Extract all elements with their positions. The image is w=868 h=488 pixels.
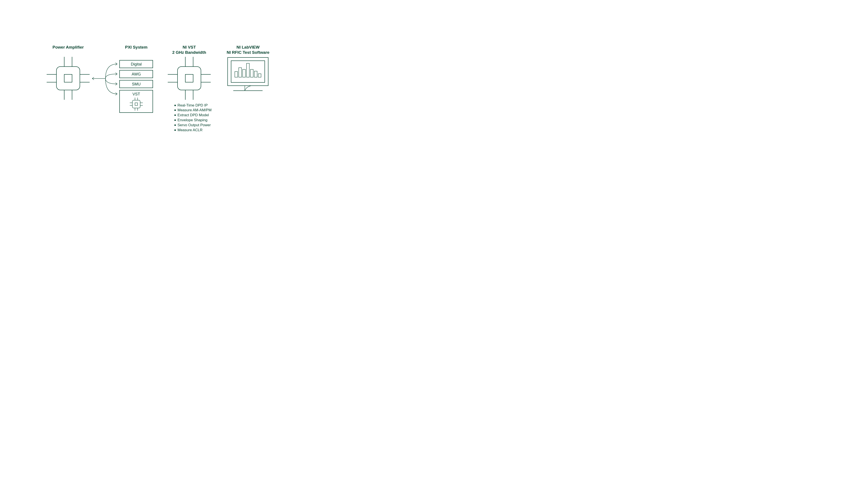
labview-title-line1: NI LabVIEW: [237, 45, 260, 50]
pxi-system-title: PXI System: [125, 45, 148, 50]
monitor-icon: [228, 58, 268, 91]
svg-rect-36: [175, 109, 176, 111]
svg-rect-35: [175, 105, 176, 106]
pxi-module-smu-label: SMU: [132, 82, 141, 86]
svg-rect-39: [175, 125, 176, 126]
bullet-2: Extract DPD Model: [178, 113, 209, 117]
bullet-5: Measure ACLR: [178, 128, 203, 132]
svg-rect-1: [64, 74, 72, 82]
vst-mini-chip-icon: [130, 98, 143, 110]
ni-vst-title-line2: 2 GHz Bandwidth: [172, 50, 206, 55]
pxi-module-smu: SMU: [120, 80, 153, 88]
labview-title-line2: NI RFIC Test Software: [226, 50, 269, 55]
svg-rect-41: [228, 58, 268, 86]
svg-rect-48: [250, 69, 253, 77]
svg-rect-15: [135, 103, 137, 105]
svg-rect-0: [56, 67, 80, 90]
svg-rect-14: [132, 100, 140, 108]
svg-rect-46: [243, 69, 245, 77]
ni-vst-bullet-list: Real-Time DPD IP Measure AM-AM/PM Extrac…: [175, 103, 212, 132]
bullet-3: Envelope Shaping: [178, 118, 208, 122]
pxi-module-awg: AWG: [120, 70, 153, 78]
svg-rect-44: [235, 72, 238, 77]
pxi-module-digital-label: Digital: [131, 62, 142, 66]
ni-vst-title-line1: NI VST: [183, 45, 196, 50]
svg-rect-50: [258, 74, 261, 77]
bullet-0: Real-Time DPD IP: [178, 103, 208, 107]
pxi-module-digital: Digital: [120, 60, 153, 68]
svg-rect-38: [175, 120, 176, 121]
svg-rect-49: [254, 71, 257, 77]
ni-vst-chip-icon: [168, 57, 211, 100]
svg-rect-47: [247, 63, 249, 77]
svg-rect-45: [239, 68, 242, 77]
pxi-module-awg-label: AWG: [132, 72, 141, 76]
connector-arrows: [92, 63, 117, 95]
power-amplifier-title: Power Amplifier: [53, 45, 84, 50]
svg-rect-37: [175, 115, 176, 116]
bullet-1: Measure AM-AM/PM: [178, 108, 212, 112]
svg-rect-26: [185, 74, 193, 82]
pxi-module-vst: VST: [120, 90, 153, 112]
pxi-module-vst-label: VST: [132, 92, 140, 96]
svg-rect-40: [175, 129, 176, 131]
power-amplifier-chip-icon: [46, 57, 90, 100]
svg-rect-25: [178, 67, 201, 90]
bullet-4: Servo Output Power: [178, 123, 211, 127]
